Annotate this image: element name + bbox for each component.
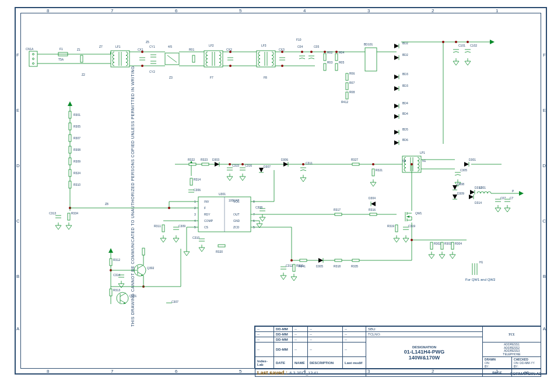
svg-text:VCC: VCC — [233, 200, 240, 203]
svg-text:Z8: Z8 — [105, 202, 108, 206]
svg-text:R321: R321 — [376, 168, 383, 172]
svg-text:C314: C314 — [113, 273, 120, 277]
svg-point-244 — [241, 163, 244, 165]
svg-text:R03: R03 — [327, 61, 332, 64]
svg-text:H1: H1 — [479, 260, 483, 264]
svg-text:R307: R307 — [73, 136, 80, 140]
svg-text:C307: C307 — [171, 300, 178, 303]
svg-text:3: 3 — [194, 213, 196, 216]
svg-text:CX3: CX3 — [279, 48, 285, 51]
svg-text:Z5: Z5 — [146, 40, 149, 44]
svg-text:BD2: BD2 — [402, 53, 408, 56]
svg-text:F8: F8 — [264, 76, 267, 79]
svg-text:C308: C308 — [255, 206, 262, 209]
svg-point-210 — [411, 239, 413, 241]
svg-text:R323: R323 — [201, 158, 208, 161]
svg-point-246 — [372, 163, 374, 165]
svg-text:C313: C313 — [49, 211, 56, 215]
svg-text:R320: R320 — [216, 250, 223, 253]
svg-text:R327: R327 — [351, 158, 358, 161]
svg-text:F1: F1 — [59, 47, 63, 51]
svg-text:C306: C306 — [194, 188, 201, 192]
svg-point-245 — [302, 163, 304, 165]
svg-text:R04: R04 — [339, 51, 344, 54]
svg-text:R313: R313 — [113, 288, 120, 292]
svg-text:BD3: BD3 — [402, 72, 408, 76]
svg-point-237 — [141, 51, 143, 53]
svg-text:BD3: BD3 — [402, 84, 408, 87]
svg-text:Z3: Z3 — [169, 76, 173, 79]
svg-text:R302: R302 — [434, 242, 441, 245]
svg-text:INV: INV — [204, 200, 209, 203]
svg-text:R334: R334 — [71, 211, 78, 215]
svg-text:R01: R01 — [189, 48, 194, 51]
svg-point-242 — [281, 65, 283, 67]
svg-point-102 — [442, 41, 444, 43]
svg-text:R310: R310 — [73, 183, 80, 186]
divider-chain: R301 R305 R307 R308 R309 R324 R310 — [68, 101, 80, 211]
svg-text:LP1: LP1 — [420, 151, 425, 154]
svg-text:R06: R06 — [349, 72, 355, 75]
svg-text:C315: C315 — [232, 164, 239, 167]
svg-point-139 — [168, 207, 170, 209]
svg-text:D314: D314 — [475, 201, 482, 204]
svg-point-239 — [229, 51, 232, 53]
svg-text:F10: F10 — [296, 38, 301, 41]
svg-text:R305: R305 — [73, 125, 80, 128]
svg-text:R314: R314 — [194, 178, 201, 181]
svg-text:GND: GND — [233, 219, 240, 223]
heatsink-note: H1 For QW1 and QW2 — [465, 260, 496, 281]
svg-text:U301: U301 — [219, 192, 226, 196]
svg-point-233 — [301, 51, 303, 53]
svg-text:R08: R08 — [349, 90, 355, 94]
svg-text:R308: R308 — [73, 148, 80, 151]
sheet-format: FORMAT DIN A3 — [510, 372, 541, 376]
svg-point-241 — [281, 51, 283, 53]
svg-text:R304: R304 — [455, 242, 462, 245]
svg-point-103 — [455, 41, 457, 43]
svg-text:LF3: LF3 — [261, 44, 267, 47]
svg-text:P: P — [512, 189, 514, 193]
svg-point-235 — [324, 51, 326, 53]
svg-rect-87 — [365, 48, 377, 71]
svg-text:CN1A: CN1A — [26, 47, 34, 51]
svg-point-104 — [467, 41, 469, 43]
svg-text:CS: CS — [204, 225, 209, 229]
title-block: --DD-MM ------ SBU: TCL --DD-MM ------ T… — [254, 326, 541, 369]
relay-driver: R312 C314 Q302 R313 Q301 C307 — [108, 248, 181, 304]
svg-text:R316: R316 — [369, 208, 376, 211]
svg-point-236 — [335, 51, 338, 53]
svg-text:R318: R318 — [334, 264, 341, 268]
svg-text:D304: D304 — [369, 196, 376, 200]
input-section: CN1A F1 T5A Z1 Z7 Z2 LF1 CX1 CY1 CY2 — [26, 38, 495, 145]
svg-text:R311: R311 — [154, 224, 161, 228]
svg-text:BD4: BD4 — [402, 101, 408, 105]
svg-text:C7: C7 — [510, 196, 514, 200]
svg-text:QW1: QW1 — [415, 211, 422, 215]
svg-text:C305: C305 — [460, 168, 467, 172]
svg-text:RDY: RDY — [204, 213, 211, 216]
svg-text:R335: R335 — [351, 264, 358, 268]
svg-text:BD6: BD6 — [402, 138, 408, 142]
svg-text:R02: R02 — [327, 51, 332, 54]
svg-text:CX2: CX2 — [226, 48, 232, 51]
switch-section: QW1 R319 C319 R302 R303 R304 R341 D305 R… — [280, 163, 467, 281]
svg-text:F7: F7 — [210, 76, 213, 79]
svg-text:C101: C101 — [458, 44, 465, 47]
svg-text:D303: D303 — [212, 158, 219, 161]
svg-point-243 — [229, 163, 231, 165]
svg-text:C310: C310 — [192, 236, 199, 239]
svg-text:4/5: 4/5 — [168, 45, 172, 48]
svg-text:R312: R312 — [113, 258, 120, 262]
svg-text:R301: R301 — [73, 113, 80, 116]
svg-point-247 — [290, 259, 293, 262]
svg-text:R07: R07 — [349, 81, 355, 84]
svg-text:D306: D306 — [281, 158, 288, 161]
svg-text:COMP: COMP — [204, 219, 213, 223]
svg-text:C05: C05 — [314, 45, 319, 48]
svg-text:D309: D309 — [457, 192, 464, 195]
svg-text:C312: C312 — [286, 264, 293, 267]
svg-text:R309: R309 — [73, 160, 80, 163]
last-saved-label: Last saved : — [257, 370, 287, 376]
svg-text:D307: D307 — [264, 165, 271, 168]
